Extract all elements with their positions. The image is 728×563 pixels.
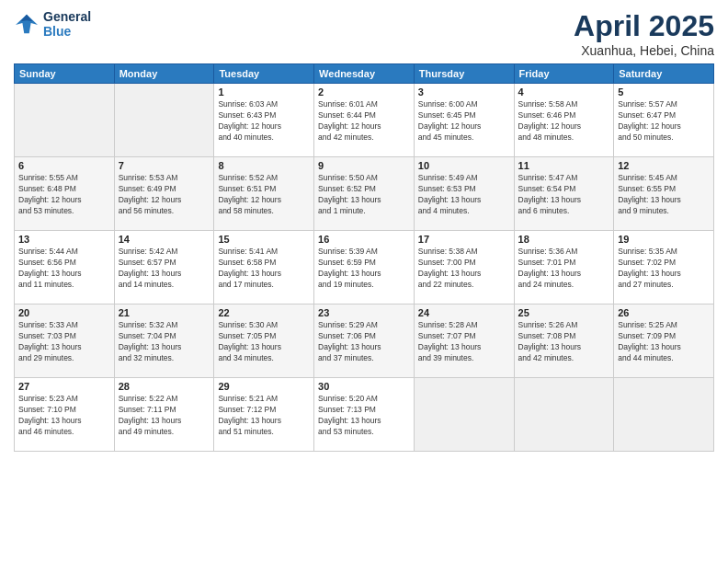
calendar-cell-w2-d1: 6Sunrise: 5:55 AM Sunset: 6:48 PM Daylig…	[15, 157, 115, 231]
col-thursday: Thursday	[414, 64, 514, 84]
day-number: 20	[18, 307, 110, 318]
day-number: 2	[318, 86, 410, 98]
day-number: 24	[418, 307, 510, 318]
calendar-cell-w4-d1: 20Sunrise: 5:33 AM Sunset: 7:03 PM Dayli…	[15, 304, 115, 378]
col-saturday: Saturday	[614, 64, 714, 84]
day-number: 16	[318, 234, 410, 245]
day-info: Sunrise: 5:58 AM Sunset: 6:46 PM Dayligh…	[518, 99, 610, 144]
day-info: Sunrise: 5:30 AM Sunset: 7:05 PM Dayligh…	[218, 320, 310, 364]
day-info: Sunrise: 5:20 AM Sunset: 7:13 PM Dayligh…	[318, 394, 410, 438]
logo-text: General Blue	[43, 9, 91, 39]
calendar-cell-w1-d3: 1Sunrise: 6:03 AM Sunset: 6:43 PM Daylig…	[214, 84, 314, 157]
calendar-cell-w5-d1: 27Sunrise: 5:23 AM Sunset: 7:10 PM Dayli…	[15, 378, 115, 452]
calendar-table: Sunday Monday Tuesday Wednesday Thursday…	[14, 63, 714, 452]
calendar-cell-w4-d5: 24Sunrise: 5:28 AM Sunset: 7:07 PM Dayli…	[414, 304, 514, 378]
col-tuesday: Tuesday	[214, 64, 314, 84]
day-number: 21	[119, 307, 210, 318]
logo-icon	[14, 13, 40, 35]
week-row-2: 6Sunrise: 5:55 AM Sunset: 6:48 PM Daylig…	[15, 157, 714, 231]
day-number: 17	[418, 234, 510, 245]
day-info: Sunrise: 5:49 AM Sunset: 6:53 PM Dayligh…	[418, 173, 510, 217]
day-number: 3	[418, 86, 510, 98]
day-number: 9	[318, 160, 410, 171]
calendar-cell-w2-d4: 9Sunrise: 5:50 AM Sunset: 6:52 PM Daylig…	[314, 157, 415, 231]
day-info: Sunrise: 5:39 AM Sunset: 6:59 PM Dayligh…	[318, 247, 410, 291]
day-info: Sunrise: 5:52 AM Sunset: 6:51 PM Dayligh…	[218, 173, 310, 217]
day-number: 14	[119, 234, 210, 245]
col-sunday: Sunday	[15, 64, 115, 84]
calendar-header-row: Sunday Monday Tuesday Wednesday Thursday…	[15, 64, 714, 84]
day-info: Sunrise: 5:55 AM Sunset: 6:48 PM Dayligh…	[18, 173, 110, 217]
day-number: 4	[518, 86, 610, 98]
day-info: Sunrise: 5:26 AM Sunset: 7:08 PM Dayligh…	[518, 320, 610, 364]
week-row-4: 20Sunrise: 5:33 AM Sunset: 7:03 PM Dayli…	[15, 304, 714, 378]
day-info: Sunrise: 5:47 AM Sunset: 6:54 PM Dayligh…	[518, 173, 610, 217]
calendar-cell-w5-d7	[614, 378, 714, 452]
col-wednesday: Wednesday	[314, 64, 415, 84]
day-number: 22	[218, 307, 310, 318]
col-friday: Friday	[514, 64, 614, 84]
day-number: 30	[318, 381, 410, 392]
day-info: Sunrise: 5:32 AM Sunset: 7:04 PM Dayligh…	[119, 320, 210, 364]
day-number: 15	[218, 234, 310, 245]
calendar-cell-w2-d2: 7Sunrise: 5:53 AM Sunset: 6:49 PM Daylig…	[114, 157, 214, 231]
day-number: 1	[218, 86, 310, 98]
day-number: 13	[18, 234, 110, 245]
day-number: 19	[618, 234, 710, 245]
day-number: 29	[218, 381, 310, 392]
day-number: 12	[618, 160, 710, 171]
title-section: April 2025 Xuanhua, Hebei, China	[574, 9, 714, 58]
day-number: 10	[418, 160, 510, 171]
day-info: Sunrise: 5:44 AM Sunset: 6:56 PM Dayligh…	[18, 247, 110, 291]
col-monday: Monday	[114, 64, 214, 84]
calendar-cell-w2-d6: 11Sunrise: 5:47 AM Sunset: 6:54 PM Dayli…	[514, 157, 614, 231]
calendar-cell-w3-d7: 19Sunrise: 5:35 AM Sunset: 7:02 PM Dayli…	[614, 231, 714, 304]
day-info: Sunrise: 5:23 AM Sunset: 7:10 PM Dayligh…	[18, 394, 110, 438]
day-number: 5	[618, 86, 710, 98]
day-number: 18	[518, 234, 610, 245]
calendar-cell-w3-d6: 18Sunrise: 5:36 AM Sunset: 7:01 PM Dayli…	[514, 231, 614, 304]
day-info: Sunrise: 5:41 AM Sunset: 6:58 PM Dayligh…	[218, 247, 310, 291]
calendar-cell-w5-d3: 29Sunrise: 5:21 AM Sunset: 7:12 PM Dayli…	[214, 378, 314, 452]
day-info: Sunrise: 5:53 AM Sunset: 6:49 PM Dayligh…	[119, 173, 210, 217]
calendar-cell-w1-d4: 2Sunrise: 6:01 AM Sunset: 6:44 PM Daylig…	[314, 84, 415, 157]
calendar-cell-w3-d4: 16Sunrise: 5:39 AM Sunset: 6:59 PM Dayli…	[314, 231, 415, 304]
day-info: Sunrise: 5:22 AM Sunset: 7:11 PM Dayligh…	[119, 394, 210, 438]
calendar-cell-w5-d2: 28Sunrise: 5:22 AM Sunset: 7:11 PM Dayli…	[114, 378, 214, 452]
calendar-cell-w2-d3: 8Sunrise: 5:52 AM Sunset: 6:51 PM Daylig…	[214, 157, 314, 231]
day-info: Sunrise: 5:21 AM Sunset: 7:12 PM Dayligh…	[218, 394, 310, 438]
day-number: 25	[518, 307, 610, 318]
calendar-cell-w3-d2: 14Sunrise: 5:42 AM Sunset: 6:57 PM Dayli…	[114, 231, 214, 304]
calendar-cell-w3-d3: 15Sunrise: 5:41 AM Sunset: 6:58 PM Dayli…	[214, 231, 314, 304]
day-number: 6	[18, 160, 110, 171]
calendar-cell-w1-d5: 3Sunrise: 6:00 AM Sunset: 6:45 PM Daylig…	[414, 84, 514, 157]
day-info: Sunrise: 5:38 AM Sunset: 7:00 PM Dayligh…	[418, 247, 510, 291]
calendar-cell-w2-d5: 10Sunrise: 5:49 AM Sunset: 6:53 PM Dayli…	[414, 157, 514, 231]
week-row-3: 13Sunrise: 5:44 AM Sunset: 6:56 PM Dayli…	[15, 231, 714, 304]
calendar-cell-w4-d4: 23Sunrise: 5:29 AM Sunset: 7:06 PM Dayli…	[314, 304, 415, 378]
calendar-cell-w3-d5: 17Sunrise: 5:38 AM Sunset: 7:00 PM Dayli…	[414, 231, 514, 304]
calendar-cell-w5-d4: 30Sunrise: 5:20 AM Sunset: 7:13 PM Dayli…	[314, 378, 415, 452]
day-info: Sunrise: 5:33 AM Sunset: 7:03 PM Dayligh…	[18, 320, 110, 364]
day-number: 28	[119, 381, 210, 392]
calendar-cell-w4-d3: 22Sunrise: 5:30 AM Sunset: 7:05 PM Dayli…	[214, 304, 314, 378]
day-number: 11	[518, 160, 610, 171]
day-info: Sunrise: 6:01 AM Sunset: 6:44 PM Dayligh…	[318, 99, 410, 144]
location: Xuanhua, Hebei, China	[574, 43, 714, 58]
week-row-5: 27Sunrise: 5:23 AM Sunset: 7:10 PM Dayli…	[15, 378, 714, 452]
calendar-cell-w4-d7: 26Sunrise: 5:25 AM Sunset: 7:09 PM Dayli…	[614, 304, 714, 378]
day-info: Sunrise: 5:42 AM Sunset: 6:57 PM Dayligh…	[119, 247, 210, 291]
day-info: Sunrise: 6:03 AM Sunset: 6:43 PM Dayligh…	[218, 99, 310, 144]
calendar-cell-w2-d7: 12Sunrise: 5:45 AM Sunset: 6:55 PM Dayli…	[614, 157, 714, 231]
calendar-cell-w5-d6	[514, 378, 614, 452]
day-number: 8	[218, 160, 310, 171]
logo: General Blue	[14, 9, 91, 39]
calendar-cell-w4-d6: 25Sunrise: 5:26 AM Sunset: 7:08 PM Dayli…	[514, 304, 614, 378]
day-info: Sunrise: 5:57 AM Sunset: 6:47 PM Dayligh…	[618, 99, 710, 144]
header: General Blue April 2025 Xuanhua, Hebei, …	[14, 9, 714, 58]
day-info: Sunrise: 5:29 AM Sunset: 7:06 PM Dayligh…	[318, 320, 410, 364]
page: General Blue April 2025 Xuanhua, Hebei, …	[0, 0, 728, 563]
day-number: 7	[119, 160, 210, 171]
day-number: 26	[618, 307, 710, 318]
calendar-cell-w3-d1: 13Sunrise: 5:44 AM Sunset: 6:56 PM Dayli…	[15, 231, 115, 304]
